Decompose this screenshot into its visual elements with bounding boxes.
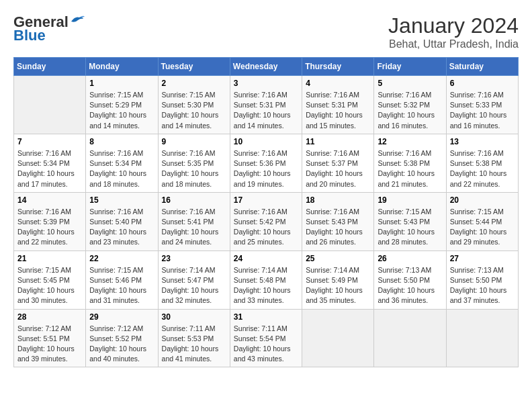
day-info: Sunrise: 7:14 AMSunset: 5:47 PMDaylight:… bbox=[162, 265, 226, 306]
day-number: 19 bbox=[378, 195, 442, 205]
day-number: 15 bbox=[89, 195, 154, 205]
calendar-week-2: 7Sunrise: 7:16 AMSunset: 5:34 PMDaylight… bbox=[14, 134, 519, 192]
calendar-title: January 2024 bbox=[388, 13, 519, 38]
calendar-header: SundayMondayTuesdayWednesdayThursdayFrid… bbox=[14, 58, 519, 76]
calendar-cell: 3Sunrise: 7:16 AMSunset: 5:31 PMDaylight… bbox=[230, 76, 302, 134]
day-info: Sunrise: 7:16 AMSunset: 5:31 PMDaylight:… bbox=[306, 90, 370, 131]
calendar-cell: 19Sunrise: 7:15 AMSunset: 5:43 PMDayligh… bbox=[374, 192, 446, 250]
day-number: 14 bbox=[17, 195, 82, 205]
day-number: 8 bbox=[89, 137, 154, 146]
day-header-monday: Monday bbox=[86, 58, 158, 76]
calendar-cell: 17Sunrise: 7:16 AMSunset: 5:42 PMDayligh… bbox=[230, 192, 302, 250]
day-info: Sunrise: 7:16 AMSunset: 5:39 PMDaylight:… bbox=[17, 207, 82, 248]
day-info: Sunrise: 7:16 AMSunset: 5:34 PMDaylight:… bbox=[17, 148, 82, 189]
calendar-cell bbox=[374, 309, 446, 367]
day-number: 30 bbox=[162, 312, 226, 322]
calendar-cell: 16Sunrise: 7:16 AMSunset: 5:41 PMDayligh… bbox=[158, 192, 230, 250]
calendar-week-3: 14Sunrise: 7:16 AMSunset: 5:39 PMDayligh… bbox=[14, 192, 519, 250]
calendar-cell: 7Sunrise: 7:16 AMSunset: 5:34 PMDaylight… bbox=[14, 134, 86, 192]
calendar-cell: 2Sunrise: 7:15 AMSunset: 5:30 PMDaylight… bbox=[158, 76, 230, 134]
calendar-cell: 4Sunrise: 7:16 AMSunset: 5:31 PMDaylight… bbox=[302, 76, 374, 134]
calendar-cell: 23Sunrise: 7:14 AMSunset: 5:47 PMDayligh… bbox=[158, 250, 230, 309]
calendar-cell: 14Sunrise: 7:16 AMSunset: 5:39 PMDayligh… bbox=[14, 192, 86, 250]
calendar-cell: 5Sunrise: 7:16 AMSunset: 5:32 PMDaylight… bbox=[374, 76, 446, 134]
page-header: General Blue January 2024 Behat, Uttar P… bbox=[13, 13, 519, 50]
day-number: 27 bbox=[450, 254, 515, 263]
day-number: 21 bbox=[17, 254, 82, 263]
day-number: 22 bbox=[89, 254, 154, 263]
day-number: 18 bbox=[306, 195, 370, 205]
day-number: 16 bbox=[162, 195, 226, 205]
day-info: Sunrise: 7:16 AMSunset: 5:34 PMDaylight:… bbox=[89, 148, 154, 189]
calendar-cell bbox=[302, 309, 374, 367]
day-number: 9 bbox=[162, 137, 226, 146]
day-number: 25 bbox=[306, 254, 370, 263]
day-header-wednesday: Wednesday bbox=[230, 58, 302, 76]
day-number: 23 bbox=[162, 254, 226, 263]
day-info: Sunrise: 7:12 AMSunset: 5:51 PMDaylight:… bbox=[17, 324, 82, 365]
day-info: Sunrise: 7:15 AMSunset: 5:30 PMDaylight:… bbox=[162, 90, 226, 131]
day-number: 28 bbox=[17, 312, 82, 322]
day-info: Sunrise: 7:15 AMSunset: 5:44 PMDaylight:… bbox=[450, 207, 515, 248]
day-number: 6 bbox=[450, 79, 515, 88]
day-number: 26 bbox=[378, 254, 442, 263]
day-header-thursday: Thursday bbox=[302, 58, 374, 76]
day-number: 13 bbox=[450, 137, 515, 146]
day-info: Sunrise: 7:16 AMSunset: 5:38 PMDaylight:… bbox=[450, 148, 515, 189]
day-info: Sunrise: 7:15 AMSunset: 5:43 PMDaylight:… bbox=[378, 207, 442, 248]
day-info: Sunrise: 7:15 AMSunset: 5:29 PMDaylight:… bbox=[89, 90, 154, 131]
calendar-cell: 8Sunrise: 7:16 AMSunset: 5:34 PMDaylight… bbox=[86, 134, 158, 192]
day-number: 31 bbox=[234, 312, 298, 322]
calendar-subtitle: Behat, Uttar Pradesh, India bbox=[388, 38, 519, 50]
day-info: Sunrise: 7:16 AMSunset: 5:31 PMDaylight:… bbox=[234, 90, 298, 131]
day-number: 12 bbox=[378, 137, 442, 146]
day-info: Sunrise: 7:13 AMSunset: 5:50 PMDaylight:… bbox=[450, 265, 515, 306]
day-number: 1 bbox=[89, 79, 154, 88]
day-number: 17 bbox=[234, 195, 298, 205]
calendar-cell: 11Sunrise: 7:16 AMSunset: 5:37 PMDayligh… bbox=[302, 134, 374, 192]
day-number: 24 bbox=[234, 254, 298, 263]
day-header-friday: Friday bbox=[374, 58, 446, 76]
day-number: 11 bbox=[306, 137, 370, 146]
day-info: Sunrise: 7:15 AMSunset: 5:46 PMDaylight:… bbox=[89, 265, 154, 306]
day-number: 2 bbox=[162, 79, 226, 88]
calendar-cell: 20Sunrise: 7:15 AMSunset: 5:44 PMDayligh… bbox=[446, 192, 518, 250]
title-block: January 2024 Behat, Uttar Pradesh, India bbox=[388, 13, 519, 50]
calendar-cell: 24Sunrise: 7:14 AMSunset: 5:48 PMDayligh… bbox=[230, 250, 302, 309]
calendar-cell: 12Sunrise: 7:16 AMSunset: 5:38 PMDayligh… bbox=[374, 134, 446, 192]
calendar-cell: 27Sunrise: 7:13 AMSunset: 5:50 PMDayligh… bbox=[446, 250, 518, 309]
day-number: 10 bbox=[234, 137, 298, 146]
calendar-cell: 26Sunrise: 7:13 AMSunset: 5:50 PMDayligh… bbox=[374, 250, 446, 309]
day-info: Sunrise: 7:16 AMSunset: 5:33 PMDaylight:… bbox=[450, 90, 515, 131]
calendar-cell: 1Sunrise: 7:15 AMSunset: 5:29 PMDaylight… bbox=[86, 76, 158, 134]
calendar-table: SundayMondayTuesdayWednesdayThursdayFrid… bbox=[13, 57, 519, 367]
calendar-cell: 29Sunrise: 7:12 AMSunset: 5:52 PMDayligh… bbox=[86, 309, 158, 367]
day-info: Sunrise: 7:16 AMSunset: 5:32 PMDaylight:… bbox=[378, 90, 442, 131]
day-header-sunday: Sunday bbox=[14, 58, 86, 76]
calendar-week-5: 28Sunrise: 7:12 AMSunset: 5:51 PMDayligh… bbox=[14, 309, 519, 367]
calendar-cell: 25Sunrise: 7:14 AMSunset: 5:49 PMDayligh… bbox=[302, 250, 374, 309]
calendar-body: 1Sunrise: 7:15 AMSunset: 5:29 PMDaylight… bbox=[14, 76, 519, 367]
day-header-row: SundayMondayTuesdayWednesdayThursdayFrid… bbox=[14, 58, 519, 76]
calendar-cell: 10Sunrise: 7:16 AMSunset: 5:36 PMDayligh… bbox=[230, 134, 302, 192]
day-info: Sunrise: 7:16 AMSunset: 5:40 PMDaylight:… bbox=[89, 207, 154, 248]
calendar-cell: 22Sunrise: 7:15 AMSunset: 5:46 PMDayligh… bbox=[86, 250, 158, 309]
calendar-cell: 31Sunrise: 7:11 AMSunset: 5:54 PMDayligh… bbox=[230, 309, 302, 367]
calendar-cell: 30Sunrise: 7:11 AMSunset: 5:53 PMDayligh… bbox=[158, 309, 230, 367]
calendar-cell: 13Sunrise: 7:16 AMSunset: 5:38 PMDayligh… bbox=[446, 134, 518, 192]
day-number: 20 bbox=[450, 195, 515, 205]
day-number: 3 bbox=[234, 79, 298, 88]
day-info: Sunrise: 7:12 AMSunset: 5:52 PMDaylight:… bbox=[89, 324, 154, 365]
day-info: Sunrise: 7:16 AMSunset: 5:41 PMDaylight:… bbox=[162, 207, 226, 248]
day-info: Sunrise: 7:16 AMSunset: 5:35 PMDaylight:… bbox=[162, 148, 226, 189]
day-number: 7 bbox=[17, 137, 82, 146]
logo: General Blue bbox=[13, 13, 85, 44]
day-info: Sunrise: 7:16 AMSunset: 5:43 PMDaylight:… bbox=[306, 207, 370, 248]
calendar-cell: 18Sunrise: 7:16 AMSunset: 5:43 PMDayligh… bbox=[302, 192, 374, 250]
day-info: Sunrise: 7:16 AMSunset: 5:37 PMDaylight:… bbox=[306, 148, 370, 189]
logo-blue-text: Blue bbox=[13, 27, 46, 44]
calendar-week-4: 21Sunrise: 7:15 AMSunset: 5:45 PMDayligh… bbox=[14, 250, 519, 309]
day-number: 4 bbox=[306, 79, 370, 88]
day-number: 5 bbox=[378, 79, 442, 88]
calendar-week-1: 1Sunrise: 7:15 AMSunset: 5:29 PMDaylight… bbox=[14, 76, 519, 134]
